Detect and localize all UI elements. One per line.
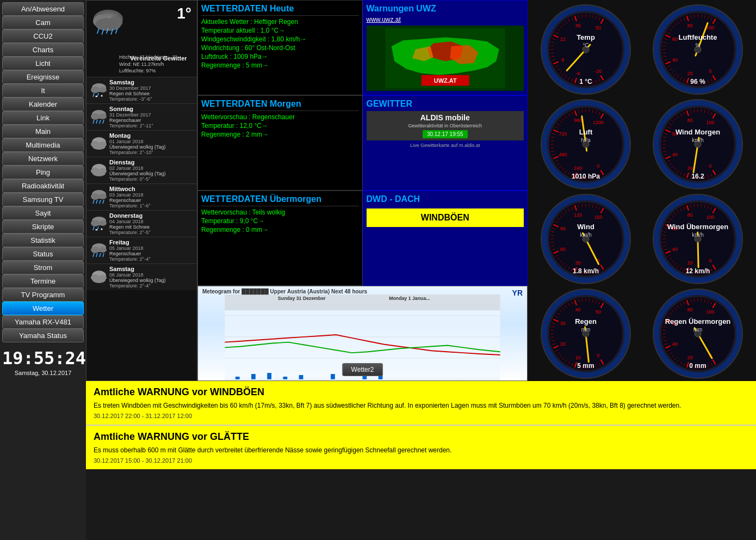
svg-line-13: [97, 93, 98, 97]
sidebar-time: 19:55:24: [2, 348, 84, 369]
sidebar-item-skripte[interactable]: Skripte: [2, 220, 84, 234]
sidebar-item-kalender[interactable]: Kalender: [2, 97, 84, 111]
aktuelles-value: Heftiger Regen: [254, 18, 298, 26]
sidebar-item-sayit[interactable]: Sayit: [2, 206, 84, 220]
svg-text:80: 80: [687, 212, 693, 218]
svg-line-21: [100, 120, 101, 124]
dwd-title: DWD - DACH: [367, 194, 524, 204]
gauge-regen-übermorgen: 020406080100 Regen Übermorgen mm 0 mm: [643, 287, 753, 380]
forecast-temp-1: Temperature: 2°-11°: [109, 123, 194, 128]
weather-cloud-icon: [89, 6, 127, 36]
data-panels-row2: WETTERDATEN Morgen Wettervorschau : Rege…: [197, 95, 528, 191]
svg-line-417: [662, 235, 666, 236]
forecast-date-5: 04 Januar 2018: [109, 219, 194, 224]
svg-text:°C: °C: [583, 42, 588, 48]
sidebar-item-tv-programm[interactable]: TV Programm: [2, 288, 84, 302]
weather-icon: [89, 6, 127, 44]
forecast-day-6: Freitag 05 Januar 2018 Regenschauer Temp…: [86, 237, 197, 263]
forecast-cond-2: Überwiegend wolkig (Tag): [109, 144, 194, 150]
svg-text:20: 20: [687, 165, 693, 171]
regen-label: Regenmenge :: [201, 62, 246, 69]
svg-line-41: [93, 226, 94, 230]
sidebar-item-yamaha-status[interactable]: Yamaha Status: [2, 329, 84, 342]
svg-text:100: 100: [706, 309, 714, 315]
uwz-link[interactable]: www.uwz.at: [367, 16, 524, 23]
forecast-day-name-7: Samstag: [109, 266, 194, 272]
center-panels: WETTERDATEN Heute Aktuelles Wetter : Hef…: [197, 0, 528, 381]
svg-point-32: [91, 193, 100, 200]
weather-details: Höchste: 6° Niedrigste: -3° Wind: NE 11.…: [119, 54, 177, 75]
wind-value: 1,80 km/h→: [271, 35, 307, 43]
svg-text:Monday 1 Janua...: Monday 1 Janua...: [389, 296, 430, 301]
sidebar-item-termine[interactable]: Termine: [2, 274, 84, 288]
svg-line-493: [589, 298, 590, 302]
svg-text:mm: mm: [581, 327, 591, 333]
svg-text:40: 40: [672, 152, 678, 157]
weather-widget: 1° Vereinzelte Gewitter Höchste: 6° Nied…: [86, 0, 197, 381]
sidebar-item-it[interactable]: It: [2, 84, 84, 97]
sidebar-item-samsung-tv[interactable]: Samsung TV: [2, 193, 84, 206]
sidebar-item-strom[interactable]: Strom: [2, 261, 84, 274]
sidebar-item-multimedia[interactable]: Multimedia: [2, 138, 84, 152]
sidebar-item-ccu2[interactable]: CCU2: [2, 29, 84, 43]
sidebar-item-wetter[interactable]: Wetter: [2, 302, 84, 315]
sidebar-item-cam[interactable]: Cam: [2, 16, 84, 29]
svg-text:12 km/h: 12 km/h: [686, 267, 710, 275]
forecast-icon-3: [90, 161, 106, 180]
forecast-day-3: Dienstag 02 Januar 2018 Überwiegend wolk…: [86, 157, 197, 183]
warning-heading-0: Amtliche WARNUNG vor WINDBÖEN: [94, 386, 748, 398]
sidebar-item-yamaha-rx-v481[interactable]: Yamaha RX-V481: [2, 315, 84, 329]
forecast-date-6: 05 Januar 2018: [109, 246, 194, 251]
svg-text:km/h: km/h: [580, 232, 592, 238]
sidebar-item-an/abwesend[interactable]: An/Abwesend: [2, 2, 84, 16]
morgen-vorschau-line: Wettervorschau : Regenschauer: [201, 113, 359, 121]
forecast-day-2: Montag 01 Januar 2018 Überwiegend wolkig…: [86, 130, 197, 157]
forecast-day-4: Mittwoch 03 Januar 2018 Regenschauer Tem…: [86, 183, 197, 210]
svg-point-15: [101, 95, 103, 97]
wetter2-button[interactable]: Wetter2: [342, 363, 383, 376]
svg-line-310: [701, 109, 702, 112]
gauge-wind-übermorgen: 020406080100 Wind Übermorgen km/h 12 km/…: [643, 193, 753, 285]
forecast-day-0: Samstag 30 Dezember 2017 Regen mit Schne…: [86, 77, 197, 103]
sidebar-item-ping[interactable]: Ping: [2, 165, 84, 179]
svg-line-430: [694, 204, 695, 207]
sidebar-item-status[interactable]: Status: [2, 247, 84, 261]
forecast-date-1: 31 Dezember 2017: [109, 112, 194, 118]
svg-text:150: 150: [594, 214, 602, 220]
sidebar-item-netzwerk[interactable]: Netzwerk: [2, 152, 84, 165]
aldis-text: ALDIS mobile: [369, 113, 522, 122]
weather-current: 1° Vereinzelte Gewitter Höchste: 6° Nied…: [86, 1, 197, 77]
svg-line-354: [550, 242, 554, 243]
svg-line-12: [93, 93, 94, 97]
temp-value: 1,0 °C→: [261, 27, 285, 34]
sidebar-item-radioaktivität[interactable]: Radioaktivität: [2, 179, 84, 193]
svg-line-415: [662, 242, 666, 243]
svg-text:1010 hPa: 1010 hPa: [572, 173, 600, 180]
sidebar-item-link[interactable]: Link: [2, 111, 84, 125]
forecast-day-name-0: Samstag: [109, 79, 194, 85]
wetterdaten-uebermorgen-panel: WETTERDATEN Übermorgen Wettervorschau : …: [197, 191, 363, 286]
wetterdaten-morgen-title: WETTERDATEN Morgen: [201, 99, 359, 111]
sidebar-item-statistik[interactable]: Statistik: [2, 234, 84, 247]
regen-line: Regenmenge : 5 mm→: [201, 62, 359, 69]
svg-line-19: [93, 120, 94, 124]
sidebar-item-ereignisse[interactable]: Ereignisse: [2, 70, 84, 84]
forecast-info-0: Samstag 30 Dezember 2017 Regen mit Schne…: [109, 79, 194, 102]
svg-text:60: 60: [560, 247, 566, 252]
sidebar-item-licht[interactable]: Licht: [2, 57, 84, 70]
sidebar-item-charts[interactable]: Charts: [2, 43, 84, 57]
svg-line-188: [701, 14, 702, 17]
svg-text:Sunday 31 Dezember: Sunday 31 Dezember: [278, 296, 326, 301]
svg-text:Regen: Regen: [575, 317, 597, 326]
wetterdaten-morgen-panel: WETTERDATEN Morgen Wettervorschau : Rege…: [197, 95, 363, 191]
svg-rect-65: [251, 374, 256, 379]
svg-text:0 mm: 0 mm: [689, 362, 706, 370]
svg-line-478: [550, 330, 554, 330]
svg-text:60: 60: [672, 36, 678, 42]
svg-text:20: 20: [560, 341, 566, 347]
svg-text:90: 90: [560, 226, 566, 231]
svg-line-186: [694, 14, 695, 17]
forecast-date-7: 06 Januar 2018: [109, 272, 194, 278]
sidebar-item-main[interactable]: Main: [2, 125, 84, 138]
svg-text:50: 50: [596, 25, 601, 30]
